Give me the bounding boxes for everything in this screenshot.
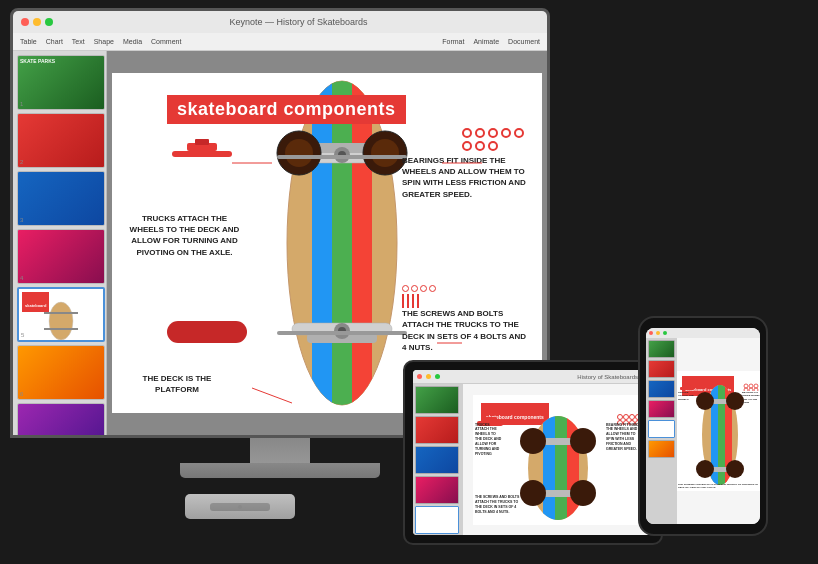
svg-point-0 (49, 302, 73, 340)
window-title: Keynote — History of Skateboards (58, 17, 539, 27)
screws-text: THE SCREWS AND BOLTS ATTACH THE TRUCKS T… (402, 308, 532, 353)
slide-panel[interactable]: SKATE PARKS 1 2 3 (13, 51, 107, 435)
truck-icon-area (167, 133, 237, 177)
toolbar-btn-format[interactable]: Format (439, 37, 467, 46)
ipad-slide-1[interactable] (415, 386, 459, 414)
iphone-bearing-text: BEARING FIT INSIDE WHEELS AND ALLOW THEM (742, 391, 760, 404)
screws-annotation: THE SCREWS AND BOLTS ATTACH THE TRUCKS T… (402, 285, 532, 353)
ipad-main-canvas: skateboard components (463, 384, 653, 535)
bearing-dot-6 (462, 141, 472, 151)
iphone-slide-4[interactable] (648, 400, 675, 418)
bearing-dot-7 (475, 141, 485, 151)
bearing-dot-1 (462, 128, 472, 138)
maximize-button[interactable] (45, 18, 53, 26)
ipad-maximize (435, 374, 440, 379)
bearing-dot-3 (488, 128, 498, 138)
toolbar-btn-media[interactable]: Media (120, 37, 145, 46)
iphone-slide-6[interactable] (648, 440, 675, 458)
slide-thumb-7[interactable]: 7 (17, 403, 105, 435)
iphone-maximize (663, 331, 667, 335)
screw-dots-top (402, 285, 532, 292)
toolbar-btn-animate[interactable]: Animate (470, 37, 502, 46)
iphone-content: skateboard components (646, 338, 760, 524)
ipad-slide-2[interactable] (415, 416, 459, 444)
svg-point-17 (371, 139, 399, 167)
ipad-slide-panel[interactable] (413, 384, 463, 535)
slide-thumb-6[interactable]: 6 (17, 345, 105, 400)
svg-rect-5 (195, 139, 209, 145)
svg-rect-63 (683, 385, 691, 388)
iphone-slide-3[interactable] (648, 380, 675, 398)
bearings-text: BEARINGS FIT INSIDE THE WHEELS AND ALLOW… (402, 155, 532, 200)
minimize-button[interactable] (33, 18, 41, 26)
mac-titlebar: Keynote — History of Skateboards (13, 11, 547, 33)
slide-title-box: skateboard components (167, 95, 406, 124)
iphone-slide-2[interactable] (648, 360, 675, 378)
slide-thumb-4[interactable]: 4 (17, 229, 105, 284)
close-button[interactable] (21, 18, 29, 26)
iphone-toolbar (646, 328, 760, 338)
svg-point-61 (726, 460, 744, 478)
bearing-dot-4 (501, 128, 511, 138)
bearing-dot-2 (475, 128, 485, 138)
deck-icon (167, 321, 247, 343)
iphone-screen: skateboard components (646, 328, 760, 524)
toolbar-btn-text[interactable]: Text (69, 37, 88, 46)
bearing-dots-grid (462, 128, 532, 151)
svg-rect-54 (718, 383, 725, 488)
svg-rect-33 (555, 413, 567, 523)
iphone-close (649, 331, 653, 335)
ipad-bearing-text: BEARING FIT INSIDE THE WHEELS AND ALLOW … (606, 423, 641, 452)
svg-point-64 (744, 384, 748, 388)
truck-annotation: TRUCKS ATTACH THE WHEELS TO THE DECK AND… (127, 213, 242, 258)
svg-point-60 (696, 460, 714, 478)
iphone-truck-text: TRUCKS ATTACH THE WHEELS (678, 391, 694, 401)
ipad-active-slide: skateboard components (473, 395, 643, 525)
toolbar-btn-shape[interactable]: Shape (91, 37, 117, 46)
svg-rect-3 (172, 151, 232, 157)
monitor-stand-base (180, 463, 380, 478)
truck-icon-svg (167, 133, 237, 173)
window-title-text: Keynote — History of Skateboards (229, 17, 367, 27)
toolbar-btn-comment[interactable]: Comment (148, 37, 184, 46)
svg-rect-24 (277, 155, 407, 159)
ipad-slide-4[interactable] (415, 476, 459, 504)
ipad-close (417, 374, 422, 379)
toolbar-btn-chart[interactable]: Chart (43, 37, 66, 46)
svg-point-15 (285, 139, 313, 167)
iphone-slide-panel[interactable] (646, 338, 677, 524)
ipad-screws-text: THE SCREWS AND BOLTS ATTACH THE TRUCKS T… (475, 495, 525, 515)
toolbar-btn-table[interactable]: Table (17, 37, 40, 46)
ipad-truck-text: TRUCKS ATTACH THE WHEELS TO THE DECK AND… (475, 423, 503, 457)
svg-point-37 (570, 428, 596, 454)
iphone-slide-1[interactable] (648, 340, 675, 358)
svg-point-57 (696, 392, 714, 410)
slide-thumb-5[interactable]: skateboard 5 (17, 287, 105, 342)
toolbar-btn-document[interactable]: Document (505, 37, 543, 46)
svg-point-43 (618, 414, 623, 419)
svg-point-36 (520, 428, 546, 454)
svg-rect-42 (483, 417, 497, 422)
svg-point-65 (749, 384, 753, 388)
iphone-slide-5-selected[interactable] (648, 420, 675, 438)
window-controls (21, 18, 53, 26)
ipad-slide-5-selected[interactable] (415, 506, 459, 534)
svg-rect-11 (332, 73, 337, 413)
iphone: skateboard components (638, 316, 768, 536)
bearings-annotation: BEARINGS FIT INSIDE THE WHEELS AND ALLOW… (402, 128, 532, 200)
ipad-toolbar: History of Skateboards ▶ (413, 370, 653, 384)
ipad-content: skateboard components (413, 384, 653, 535)
slide-thumb-3[interactable]: 3 (17, 171, 105, 226)
slide-thumb-1[interactable]: SKATE PARKS 1 (17, 55, 105, 110)
svg-point-45 (630, 414, 635, 419)
svg-point-66 (754, 384, 758, 388)
svg-rect-8 (312, 73, 332, 413)
screw-lines (402, 294, 532, 308)
keynote-toolbar: Table Chart Text Shape Media Comment For… (13, 33, 547, 51)
iphone-screws-text: THE SCREWS AND BOLTS ATTACH THE TRUCKS T… (678, 483, 758, 490)
ipad-slide-3[interactable] (415, 446, 459, 474)
ipad-minimize (426, 374, 431, 379)
slide-thumb-2[interactable]: 2 (17, 113, 105, 168)
svg-rect-25 (277, 331, 407, 335)
iphone-minimize (656, 331, 660, 335)
